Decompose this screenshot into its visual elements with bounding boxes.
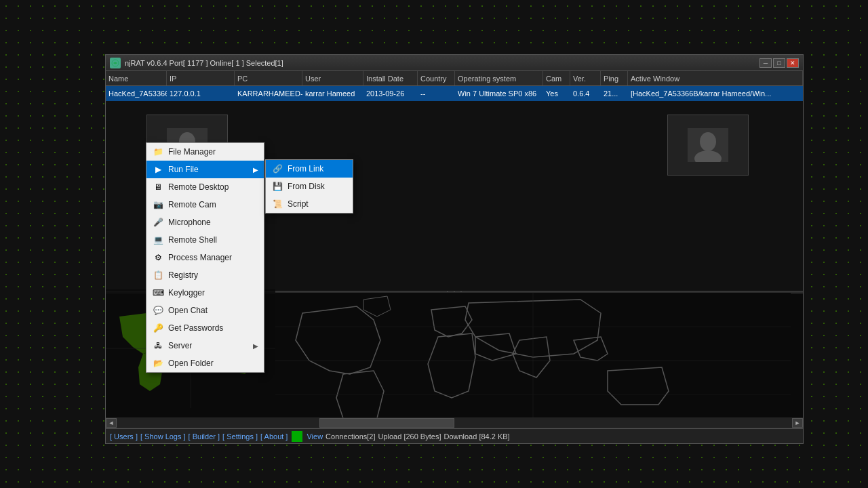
run-file-arrow: ▶	[253, 166, 258, 174]
col-ver[interactable]: Ver.	[570, 71, 601, 85]
cell-os: Win 7 Ultimate SP0 x86	[455, 86, 543, 101]
status-settings[interactable]: [ Settings ]	[222, 432, 258, 441]
get-passwords-label: Get Passwords	[168, 323, 258, 333]
cell-install-date: 2013-09-26	[363, 86, 418, 101]
menu-item-process-manager[interactable]: ⚙ Process Manager	[146, 249, 264, 266]
col-ping[interactable]: Ping	[601, 71, 628, 85]
menu-item-remote-shell[interactable]: 💻 Remote Shell	[146, 231, 264, 249]
col-active-window[interactable]: Active Window	[628, 71, 803, 85]
table-row[interactable]: HacKed_7A53366B 127.0.0.1 KARRARHAMEED-P…	[106, 86, 803, 101]
cam-feed-2	[667, 115, 749, 176]
col-name[interactable]: Name	[106, 71, 167, 85]
remote-cam-label: Remote Cam	[168, 200, 258, 209]
menu-item-open-chat[interactable]: 💬 Open Chat	[146, 302, 264, 319]
menu-item-registry[interactable]: 📋 Registry	[146, 266, 264, 284]
cell-pc: KARRARHAMEED-PC	[235, 86, 302, 101]
menu-item-open-folder[interactable]: 📂 Open Folder	[146, 354, 264, 372]
maximize-button[interactable]: □	[773, 58, 785, 68]
remote-desktop-icon: 🖥	[152, 181, 164, 193]
status-connections: Connections[2]	[326, 432, 375, 441]
menu-item-keylogger[interactable]: ⌨ Keylogger	[146, 284, 264, 302]
from-link-label: From Link	[288, 164, 347, 174]
cell-ping: 21...	[601, 86, 628, 101]
submenu-run-file: 🔗 From Link 💾 From Disk 📜 Script	[265, 159, 353, 214]
close-button[interactable]: ✕	[787, 58, 799, 68]
col-cam[interactable]: Cam	[543, 71, 570, 85]
microphone-icon: 🎤	[152, 216, 164, 228]
col-ip[interactable]: IP	[167, 71, 235, 85]
keylogger-label: Keylogger	[168, 288, 258, 298]
menu-item-file-manager[interactable]: 📁 File Manager	[146, 143, 264, 161]
scroll-left-btn[interactable]: ◄	[106, 418, 117, 428]
script-label: Script	[288, 199, 347, 209]
col-user[interactable]: User	[302, 71, 363, 85]
open-folder-label: Open Folder	[168, 359, 258, 368]
table-header: Name IP PC User Install Date Country Ope…	[106, 71, 803, 86]
status-users[interactable]: [ Users ]	[110, 432, 138, 441]
scroll-right-btn[interactable]: ►	[792, 418, 803, 428]
status-download: Download [84.2 KB]	[443, 432, 509, 441]
cell-active-window: [HacKed_7A53366B/karrar Hameed/Win...	[628, 86, 803, 101]
title-bar-buttons: ─ □ ✕	[760, 58, 799, 68]
server-arrow: ▶	[253, 342, 258, 350]
file-manager-icon: 📁	[152, 146, 164, 158]
title-bar-text: njRAT v0.6.4 Port[ 1177 ] Online[ 1 ] Se…	[125, 59, 760, 67]
cell-name: HacKed_7A53366B	[106, 86, 167, 101]
status-view[interactable]: View	[307, 432, 323, 441]
open-folder-icon: 📂	[152, 357, 164, 369]
remote-desktop-label: Remote Desktop	[168, 182, 258, 192]
server-icon: 🖧	[152, 340, 164, 352]
process-manager-label: Process Manager	[168, 253, 258, 262]
col-os[interactable]: Operating system	[455, 71, 543, 85]
status-about[interactable]: [ About ]	[260, 432, 288, 441]
svg-point-5	[700, 132, 716, 151]
run-file-label: Run File	[168, 165, 253, 174]
remote-cam-icon: 📷	[152, 199, 164, 211]
title-bar: njRAT v0.6.4 Port[ 1177 ] Online[ 1 ] Se…	[106, 55, 803, 71]
from-disk-icon: 💾	[271, 180, 283, 192]
horizontal-scrollbar[interactable]: ◄ ►	[106, 418, 803, 428]
cell-cam: Yes	[543, 86, 570, 101]
submenu-from-disk[interactable]: 💾 From Disk	[266, 178, 353, 195]
menu-item-remote-desktop[interactable]: 🖥 Remote Desktop	[146, 178, 264, 196]
status-indicator	[292, 431, 302, 442]
keylogger-icon: ⌨	[152, 287, 164, 299]
remote-shell-label: Remote Shell	[168, 235, 258, 245]
submenu-from-link[interactable]: 🔗 From Link	[266, 160, 353, 178]
menu-item-remote-cam[interactable]: 📷 Remote Cam	[146, 196, 264, 214]
menu-item-microphone[interactable]: 🎤 Microphone	[146, 214, 264, 231]
world-map-svg	[275, 293, 791, 428]
status-show-logs[interactable]: [ Show Logs ]	[140, 432, 186, 441]
context-menu: 📁 File Manager ▶ Run File ▶ 🔗 From Link …	[146, 142, 264, 373]
open-chat-icon: 💬	[152, 304, 164, 317]
script-icon: 📜	[271, 198, 283, 210]
cell-user: karrar Hameed	[302, 86, 363, 101]
col-pc[interactable]: PC	[235, 71, 302, 85]
status-bar: [ Users ] [ Show Logs ] [ Builder ] [ Se…	[106, 428, 803, 443]
col-country[interactable]: Country	[418, 71, 455, 85]
run-file-icon: ▶	[152, 163, 164, 176]
cell-country: --	[418, 86, 455, 101]
cell-ip: 127.0.0.1	[167, 86, 235, 101]
minimize-button[interactable]: ─	[760, 58, 772, 68]
menu-item-run-file[interactable]: ▶ Run File ▶ 🔗 From Link 💾 From Disk 📜 S…	[146, 161, 264, 178]
menu-item-server[interactable]: 🖧 Server ▶	[146, 337, 264, 354]
scroll-thumb[interactable]	[319, 418, 454, 428]
open-chat-label: Open Chat	[168, 306, 258, 315]
get-passwords-icon: 🔑	[152, 322, 164, 334]
submenu-script[interactable]: 📜 Script	[266, 195, 353, 213]
file-manager-label: File Manager	[168, 147, 258, 157]
app-icon	[110, 58, 121, 68]
process-manager-icon: ⚙	[152, 251, 164, 264]
registry-icon: 📋	[152, 269, 164, 281]
remote-shell-icon: 💻	[152, 234, 164, 246]
cell-ver: 0.6.4	[570, 86, 601, 101]
menu-item-get-passwords[interactable]: 🔑 Get Passwords	[146, 319, 264, 337]
from-link-icon: 🔗	[271, 163, 283, 175]
status-upload: Upload [260 Bytes]	[378, 432, 441, 441]
server-label: Server	[168, 341, 253, 350]
microphone-label: Microphone	[168, 218, 258, 227]
col-install-date[interactable]: Install Date	[363, 71, 418, 85]
from-disk-label: From Disk	[288, 182, 347, 191]
status-builder[interactable]: [ Builder ]	[189, 432, 220, 441]
